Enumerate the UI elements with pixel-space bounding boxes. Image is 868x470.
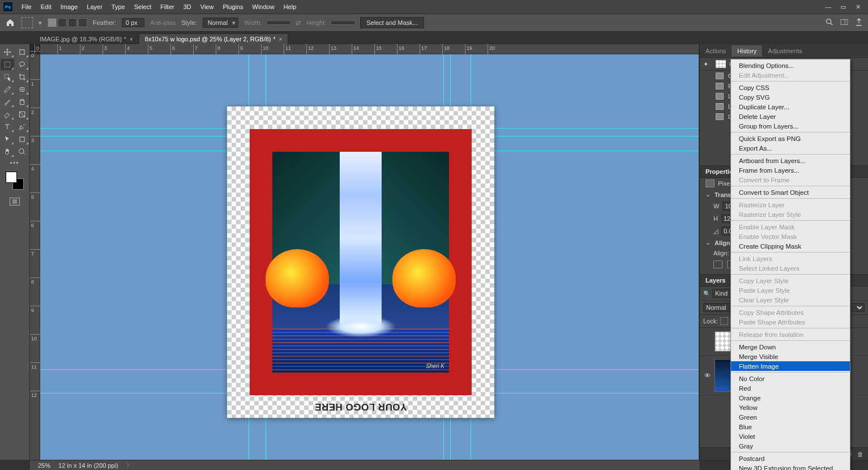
- minimize-button[interactable]: —: [824, 3, 833, 11]
- context-item[interactable]: New 3D Extrusion from Selected Layer: [731, 463, 850, 470]
- context-item[interactable]: Quick Export as PNG: [731, 134, 850, 143]
- panel-tab-actions[interactable]: Actions: [700, 45, 732, 57]
- context-item[interactable]: Artboard from Layers...: [731, 156, 850, 165]
- canvas-area[interactable]: 01234567891011121314151617181920 0123456…: [30, 44, 699, 460]
- color-swatches[interactable]: [6, 172, 24, 190]
- menu-image[interactable]: Image: [56, 3, 83, 10]
- context-item[interactable]: Merge Down: [731, 342, 850, 352]
- foreground-color[interactable]: [6, 172, 17, 183]
- context-item[interactable]: Copy CSS: [731, 83, 850, 92]
- painting-image: Sheri K: [272, 152, 449, 373]
- move-tool[interactable]: [1, 46, 14, 58]
- context-item[interactable]: Postcard: [731, 454, 850, 463]
- menu-3d[interactable]: 3D: [179, 3, 196, 10]
- menu-plugins[interactable]: Plugins: [218, 3, 247, 10]
- context-item[interactable]: Copy SVG: [731, 92, 850, 102]
- menu-edit[interactable]: Edit: [36, 3, 56, 10]
- eraser-tool[interactable]: [1, 109, 14, 120]
- path-select-tool[interactable]: [1, 134, 14, 145]
- context-item[interactable]: Delete Layer: [731, 112, 850, 121]
- search-icon[interactable]: [825, 18, 834, 28]
- context-item[interactable]: Orange: [731, 393, 850, 403]
- context-item[interactable]: Red: [731, 383, 850, 393]
- clone-tool[interactable]: [15, 96, 29, 108]
- context-item[interactable]: Export As...: [731, 143, 850, 153]
- context-item[interactable]: Blue: [731, 422, 850, 431]
- workspace-icon[interactable]: [840, 18, 849, 28]
- artboard-tool[interactable]: [15, 46, 29, 58]
- doc-info-chevron[interactable]: 〉: [126, 461, 132, 469]
- workspace[interactable]: Sheri K YOUR LOGO HERE: [40, 54, 699, 460]
- menu-type[interactable]: Type: [107, 3, 130, 10]
- shape-tool[interactable]: [15, 134, 29, 145]
- menu-filter[interactable]: Filter: [156, 3, 178, 10]
- document-canvas[interactable]: Sheri K YOUR LOGO HERE: [227, 106, 494, 418]
- visibility-toggle[interactable]: 👁: [703, 372, 711, 379]
- menu-view[interactable]: View: [196, 3, 219, 10]
- menu-select[interactable]: Select: [130, 3, 156, 10]
- context-item[interactable]: Yellow: [731, 403, 850, 412]
- context-item[interactable]: Gray: [731, 441, 850, 451]
- quick-mask-button[interactable]: [10, 198, 20, 206]
- context-item[interactable]: Frame from Layers...: [731, 165, 850, 175]
- zoom-level[interactable]: 25%: [38, 462, 50, 469]
- crop-tool[interactable]: [15, 71, 29, 83]
- lock-transparency-icon[interactable]: [720, 317, 728, 325]
- context-item[interactable]: Duplicate Layer...: [731, 102, 850, 112]
- menu-file[interactable]: File: [17, 3, 36, 10]
- type-tool[interactable]: [1, 121, 14, 133]
- home-button[interactable]: [5, 18, 16, 27]
- gradient-tool[interactable]: [15, 109, 29, 120]
- hand-tool[interactable]: [1, 146, 14, 157]
- align-left-icon[interactable]: [713, 260, 722, 268]
- horizontal-ruler[interactable]: 01234567891011121314151617181920: [40, 44, 699, 54]
- context-item[interactable]: Convert to Smart Object: [731, 187, 850, 197]
- selection-mode-icons[interactable]: [48, 18, 87, 27]
- eyedropper-tool[interactable]: [1, 84, 14, 95]
- doc-info[interactable]: 12 in x 14 in (200 ppi): [58, 462, 118, 469]
- share-icon[interactable]: [854, 18, 863, 28]
- menu-help[interactable]: Help: [279, 3, 301, 10]
- edit-toolbar-button[interactable]: •••: [10, 160, 20, 166]
- vertical-ruler[interactable]: 0123456789101112: [30, 54, 40, 460]
- tab-close-icon[interactable]: ×: [130, 36, 133, 42]
- object-select-tool[interactable]: [1, 71, 14, 83]
- delete-layer-icon[interactable]: 🗑: [857, 451, 863, 458]
- context-item[interactable]: Violet: [731, 431, 850, 441]
- context-item[interactable]: Green: [731, 412, 850, 422]
- menu-layer[interactable]: Layer: [82, 3, 107, 10]
- context-item[interactable]: Group from Layers...: [731, 121, 850, 131]
- new-selection-icon[interactable]: [48, 18, 57, 27]
- history-state-icon: [716, 93, 724, 100]
- healing-tool[interactable]: [15, 84, 29, 95]
- intersect-selection-icon[interactable]: [78, 18, 87, 27]
- tab-close-icon[interactable]: ×: [279, 36, 282, 42]
- document-tab[interactable]: IMAGE.jpg @ 18.3% (RGB/8)*×: [34, 34, 139, 44]
- zoom-tool[interactable]: [15, 146, 29, 157]
- subtract-selection-icon[interactable]: [68, 18, 77, 27]
- tool-preset-icon[interactable]: [22, 17, 33, 28]
- pen-tool[interactable]: [15, 121, 29, 133]
- brush-tool[interactable]: [1, 96, 14, 108]
- feather-input[interactable]: 0 px: [122, 18, 144, 27]
- context-item[interactable]: Flatten Image: [731, 361, 850, 371]
- history-brush-icon[interactable]: ✦: [703, 61, 712, 68]
- layer-context-menu[interactable]: Blending Options...Edit Adjustment...Cop…: [730, 59, 850, 470]
- context-item[interactable]: Merge Visible: [731, 352, 850, 361]
- marquee-tool[interactable]: [1, 59, 14, 70]
- context-item[interactable]: No Color: [731, 374, 850, 383]
- maximize-button[interactable]: ▭: [839, 3, 848, 11]
- add-selection-icon[interactable]: [58, 18, 67, 27]
- style-dropdown[interactable]: Normal: [203, 18, 238, 28]
- select-and-mask-button[interactable]: Select and Mask...: [360, 17, 424, 28]
- document-tab[interactable]: 8x10x75 w logo.psd @ 25% (Layer 2, RGB/8…: [139, 33, 288, 44]
- close-button[interactable]: ✕: [853, 3, 862, 11]
- panel-tabstrip-top: ActionsHistoryAdjustments: [700, 44, 868, 58]
- panel-tab-history[interactable]: History: [732, 45, 762, 57]
- menu-window[interactable]: Window: [248, 3, 279, 10]
- context-item[interactable]: Create Clipping Mask: [731, 241, 850, 251]
- context-item[interactable]: Blending Options...: [731, 61, 850, 70]
- lasso-tool[interactable]: [15, 59, 29, 70]
- panel-tab-adjustments[interactable]: Adjustments: [762, 45, 808, 57]
- svg-point-0: [827, 19, 831, 24]
